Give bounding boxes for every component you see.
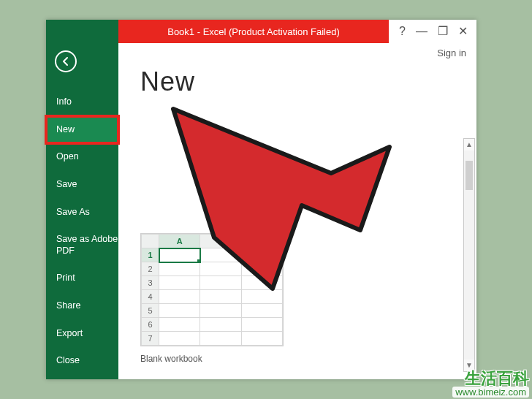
cell-c1 xyxy=(241,248,282,262)
help-button[interactable]: ? xyxy=(399,26,406,37)
signin-link[interactable]: Sign in xyxy=(437,48,466,58)
row-header-6: 6 xyxy=(142,318,159,332)
window-controls: ? — ❐ ✕ xyxy=(389,20,476,43)
select-all-corner xyxy=(142,235,159,248)
minimize-button[interactable]: — xyxy=(416,26,428,37)
row-header-7: 7 xyxy=(142,332,159,346)
close-button[interactable]: ✕ xyxy=(458,26,468,37)
arrow-left-icon xyxy=(61,56,71,66)
sidebar-item-export[interactable]: Export xyxy=(46,320,118,348)
page-title: New xyxy=(140,66,476,97)
row-header-4: 4 xyxy=(142,290,159,304)
cell-a2 xyxy=(159,262,200,276)
row-header-2: 2 xyxy=(142,262,159,276)
scroll-thumb[interactable] xyxy=(466,161,473,190)
restore-button[interactable]: ❐ xyxy=(438,26,448,37)
sidebar-item-share[interactable]: Share xyxy=(46,292,118,320)
excel-backstage-window: Book1 - Excel (Product Activation Failed… xyxy=(46,20,476,379)
scroll-up-arrow-icon[interactable]: ▲ xyxy=(464,139,474,151)
template-blank-workbook[interactable]: A B C 1 2 xyxy=(140,233,286,364)
vertical-scrollbar[interactable]: ▲ ▼ xyxy=(463,138,475,372)
cell-b1 xyxy=(200,248,241,262)
titlebar-sidebar-spacer xyxy=(46,20,118,43)
sidebar-item-close[interactable]: Close xyxy=(46,347,118,375)
watermark-url: www.bimeiz.com xyxy=(452,387,529,398)
sidebar-item-save-adobe-pdf[interactable]: Save as Adobe PDF xyxy=(46,226,118,265)
watermark-text: 生活百科 xyxy=(452,370,529,387)
backstage-sidebar: Info New Open Save Save As Save as Adobe… xyxy=(46,43,118,379)
sidebar-item-info[interactable]: Info xyxy=(46,88,118,116)
mini-spreadsheet: A B C 1 2 xyxy=(141,234,283,346)
template-preview: A B C 1 2 xyxy=(140,233,284,346)
sidebar-item-print[interactable]: Print xyxy=(46,265,118,292)
watermark: 生活百科 www.bimeiz.com xyxy=(452,370,529,398)
titlebar: Book1 - Excel (Product Activation Failed… xyxy=(46,20,476,43)
backstage-content: Sign in New A B C 1 xyxy=(118,43,476,379)
col-header-a: A xyxy=(159,235,200,248)
sidebar-item-save[interactable]: Save xyxy=(46,171,118,199)
col-header-b: B xyxy=(200,235,241,248)
sidebar-item-new[interactable]: New xyxy=(46,116,118,144)
row-header-5: 5 xyxy=(142,304,159,318)
sidebar-item-open[interactable]: Open xyxy=(46,143,118,171)
col-header-c: C xyxy=(241,235,282,248)
sidebar-item-save-as[interactable]: Save As xyxy=(46,199,118,227)
back-button[interactable] xyxy=(55,50,77,72)
window-title: Book1 - Excel (Product Activation Failed… xyxy=(118,20,389,43)
row-header-3: 3 xyxy=(142,276,159,290)
template-caption: Blank workbook xyxy=(140,354,286,364)
cell-a1 xyxy=(159,248,200,262)
row-header-1: 1 xyxy=(142,248,159,262)
